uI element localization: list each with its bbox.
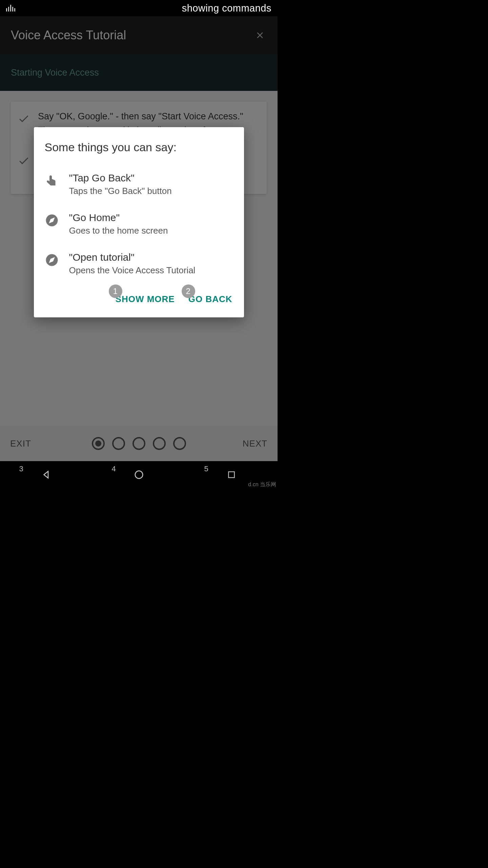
command-desc: Goes to the home screen [69, 225, 168, 236]
command-item: "Open tutorial" Opens the Voice Access T… [45, 252, 233, 276]
button-label: SHOW MORE [116, 294, 175, 304]
button-label: GO BACK [188, 294, 232, 304]
commands-dialog: Some things you can say: "Tap Go Back" T… [34, 127, 244, 317]
square-recent-icon [227, 470, 236, 479]
number-badge: 5 [204, 465, 215, 473]
number-badge: 2 [182, 284, 195, 298]
command-item: "Tap Go Back" Taps the "Go Back" button [45, 172, 233, 196]
show-more-button[interactable]: 1 SHOW MORE [115, 291, 176, 307]
go-back-button[interactable]: 2 GO BACK [188, 291, 233, 307]
hand-tap-icon [45, 174, 59, 188]
number-badge: 4 [112, 465, 122, 473]
compass-icon [45, 213, 59, 228]
command-text: "Tap Go Back" [69, 172, 172, 184]
status-bar: showing commands [0, 0, 278, 16]
compass-icon [45, 253, 59, 267]
watermark: d.cn 当乐网 [248, 481, 276, 488]
nav-back-button[interactable]: 3 [16, 467, 77, 483]
nav-recent-button[interactable]: 5 [201, 467, 262, 483]
command-item: "Go Home" Goes to the home screen [45, 212, 233, 236]
command-desc: Taps the "Go Back" button [69, 186, 172, 196]
number-badge: 1 [109, 284, 122, 298]
svg-point-0 [135, 471, 143, 479]
command-text: "Open tutorial" [69, 252, 196, 263]
status-text: showing commands [182, 3, 271, 14]
nav-home-button[interactable]: 4 [108, 467, 169, 483]
dialog-title: Some things you can say: [45, 141, 233, 154]
circle-home-icon [134, 470, 144, 480]
system-nav-bar: 3 4 5 [0, 461, 278, 488]
voice-wave-icon [6, 5, 16, 12]
command-text: "Go Home" [69, 212, 168, 223]
triangle-back-icon [41, 470, 52, 480]
svg-rect-1 [228, 472, 234, 477]
number-badge: 3 [19, 465, 29, 473]
command-desc: Opens the Voice Access Tutorial [69, 265, 196, 276]
dialog-buttons: 1 SHOW MORE 2 GO BACK [45, 291, 233, 307]
